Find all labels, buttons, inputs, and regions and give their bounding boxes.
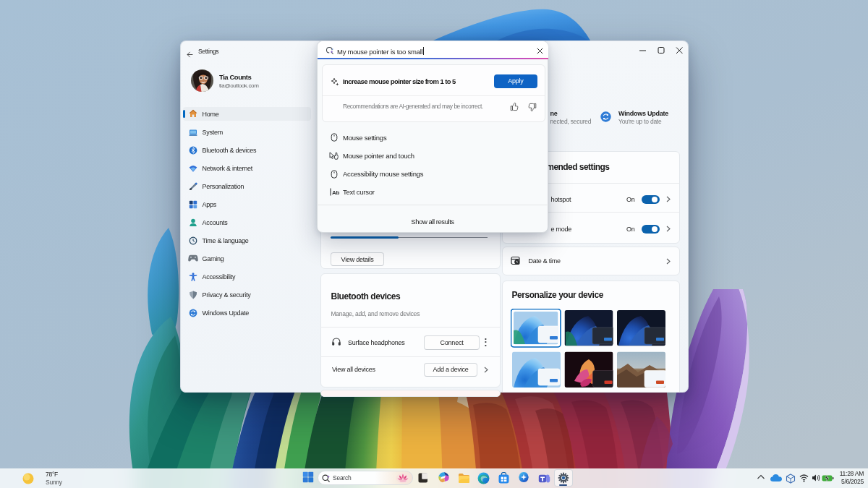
svg-text:Ab: Ab <box>332 189 340 195</box>
